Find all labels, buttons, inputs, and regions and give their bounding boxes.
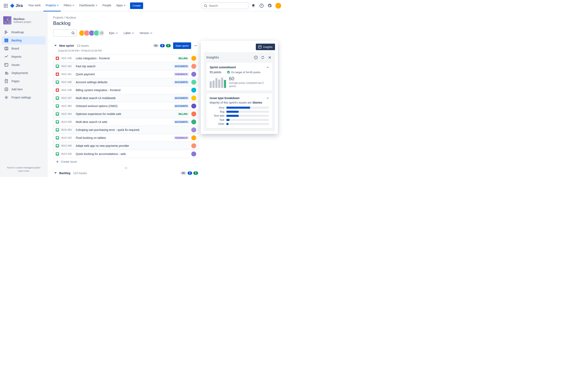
issue-row[interactable]: NUC-335Links integration - frontendBILLI… <box>53 54 199 62</box>
issue-summary: Fluid booking on tablets <box>76 136 172 140</box>
create-button[interactable]: Create <box>130 2 143 9</box>
assignee-avatar[interactable] <box>191 96 196 100</box>
profile-avatar[interactable] <box>276 3 281 8</box>
issue-key[interactable]: BUG-354 <box>61 128 73 131</box>
sidebar-item-issues[interactable]: Issues <box>2 61 45 69</box>
sidebar-item-settings[interactable]: Project settings <box>2 93 45 101</box>
nav-projects[interactable]: Projects <box>43 0 61 11</box>
jira-logo[interactable]: Jira <box>10 3 23 8</box>
insights-close-icon[interactable] <box>267 55 272 60</box>
nav-people[interactable]: People <box>100 0 113 11</box>
chevron-down-icon[interactable] <box>267 97 269 99</box>
collapse-icon[interactable] <box>54 44 57 47</box>
issue-row[interactable]: NUC-360Onboard workout options (OWO)ACCO… <box>53 102 199 110</box>
sidebar-item-roadmap[interactable]: Roadmap <box>2 28 45 36</box>
assignee-avatar[interactable] <box>191 135 196 140</box>
avatar-overflow[interactable]: +3 <box>98 30 104 36</box>
issue-key[interactable]: NUC-337 <box>61 97 73 100</box>
story-icon <box>56 152 59 156</box>
issue-key[interactable]: NUC-340 <box>61 81 73 83</box>
assignee-avatar[interactable] <box>191 104 196 108</box>
sprint-more-icon[interactable] <box>192 42 199 49</box>
chevron-down-icon <box>150 32 152 34</box>
issue-key[interactable]: NUC-342 <box>61 65 73 68</box>
issue-row[interactable]: BUG-346Adapt web app no new payments pro… <box>53 142 199 150</box>
assignee-avatar[interactable] <box>191 151 196 156</box>
issue-row[interactable]: BUG-336Quick booking for accomodations -… <box>53 150 199 158</box>
insights-refresh-icon[interactable] <box>260 55 265 60</box>
filter-label[interactable]: Label <box>122 31 135 35</box>
notifications-icon[interactable] <box>250 2 257 9</box>
commitment-status: On target of 54-65 points <box>227 71 260 74</box>
insights-help-icon[interactable]: ? <box>253 55 258 60</box>
backlog-name[interactable]: Backlog <box>59 171 70 175</box>
assignee-avatar[interactable] <box>191 56 196 61</box>
chevron-down-icon <box>132 32 134 34</box>
issue-tag: ACCOUNTS <box>174 81 189 84</box>
assignee-avatar[interactable] <box>191 80 196 85</box>
breakdown-label: Tech debt <box>210 114 224 117</box>
learn-more-link[interactable]: Learn more <box>2 170 45 172</box>
filter-epic[interactable]: Epic <box>108 31 119 35</box>
project-header[interactable]: 🚀 Nucleus Software project <box>2 16 45 28</box>
issue-key[interactable]: BUG-336 <box>61 152 73 155</box>
breadcrumb-project[interactable]: Nucleus <box>66 16 76 19</box>
story-icon <box>56 104 59 108</box>
collapse-icon[interactable] <box>54 171 57 175</box>
breakdown-label: Story <box>210 106 224 109</box>
nav-your-work[interactable]: Your work <box>26 0 43 11</box>
issue-key[interactable]: NUC-341 <box>61 73 73 76</box>
assignee-avatar[interactable] <box>191 64 196 69</box>
issue-row[interactable]: NUC-337Multi-dest search UI mobilewebACC… <box>53 94 199 102</box>
global-search-input[interactable] <box>209 4 246 7</box>
assignee-avatar[interactable] <box>191 72 196 77</box>
start-sprint-button[interactable]: Start sprint <box>173 42 191 49</box>
sidebar-item-add[interactable]: Add item <box>2 85 45 93</box>
issue-row[interactable]: BUG-338Multi-dest search UI webACCOUNTS <box>53 118 199 126</box>
issue-row[interactable]: NUC-342Fast trip searchACCOUNTS <box>53 62 199 70</box>
sidebar-item-board[interactable]: Board <box>2 44 45 53</box>
sidebar-item-pages[interactable]: Pages <box>2 77 45 85</box>
sidebar-item-reports[interactable]: Reports <box>2 53 45 61</box>
sidebar: 🚀 Nucleus Software project Roadmap Backl… <box>0 11 47 177</box>
nav-apps[interactable]: Apps <box>114 0 128 11</box>
chevron-down-icon[interactable] <box>267 66 269 68</box>
issue-row[interactable]: NUC-339Billing system integration - fron… <box>53 86 199 94</box>
insights-button[interactable]: Insights <box>256 44 275 50</box>
sprint-name[interactable]: New sprint <box>59 44 74 47</box>
backlog-search[interactable] <box>53 29 77 37</box>
issue-key[interactable]: NUC-339 <box>61 89 73 92</box>
create-issue-button[interactable]: Create issue <box>53 158 199 165</box>
issue-key[interactable]: BUG-343 <box>61 136 73 139</box>
issue-row[interactable]: NUC-340Account settings defaultsACCOUNTS <box>53 78 199 86</box>
issue-key[interactable]: NUC-335 <box>61 57 73 60</box>
issue-row[interactable]: BUG-354Cshoping cart purchasing error - … <box>53 126 199 134</box>
assignee-avatar[interactable] <box>191 88 196 92</box>
sidebar-item-backlog[interactable]: Backlog <box>2 36 45 44</box>
issue-key[interactable]: BUG-338 <box>61 120 73 123</box>
resize-handle-icon[interactable] <box>53 165 199 171</box>
issue-key[interactable]: NUC-360 <box>61 105 73 108</box>
issue-summary: Account settings defaults <box>76 81 171 84</box>
settings-icon[interactable] <box>267 2 273 9</box>
issue-row[interactable]: NUC-341Quick paymentFEEDBACK <box>53 70 199 78</box>
story-icon <box>56 136 59 140</box>
assignee-filter-avatars[interactable]: +3 <box>80 30 104 36</box>
svg-line-10 <box>206 6 207 7</box>
issue-key[interactable]: BUG-346 <box>61 144 73 147</box>
issue-row[interactable]: NUC-344Optimize experience for mobile we… <box>53 110 199 118</box>
app-switcher-icon[interactable] <box>2 2 9 9</box>
assignee-avatar[interactable] <box>191 127 196 132</box>
sidebar-item-deployments[interactable]: Deployments <box>2 69 45 77</box>
breadcrumb-projects[interactable]: Projects <box>53 16 63 19</box>
help-icon[interactable]: ? <box>258 2 265 9</box>
global-search[interactable] <box>201 2 249 9</box>
issue-row[interactable]: BUG-343Fluid booking on tabletsFEEDBACK <box>53 134 199 142</box>
issue-key[interactable]: NUC-344 <box>61 113 73 115</box>
nav-dashboards[interactable]: Dashboards <box>77 0 100 11</box>
assignee-avatar[interactable] <box>191 143 196 148</box>
filter-version[interactable]: Version <box>138 31 154 35</box>
assignee-avatar[interactable] <box>191 111 196 117</box>
assignee-avatar[interactable] <box>191 119 196 124</box>
nav-filters[interactable]: Filters <box>62 0 76 11</box>
